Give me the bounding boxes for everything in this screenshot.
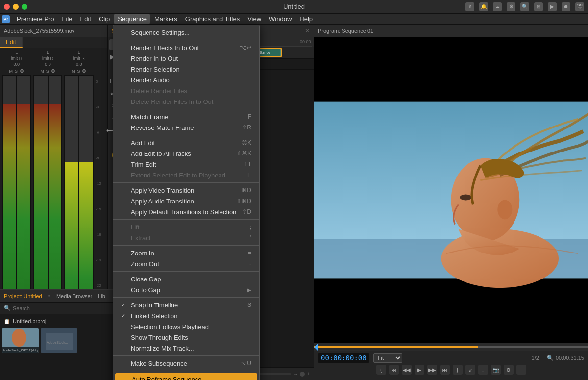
- sequence-settings-label: Sequence Settings...: [131, 29, 190, 36]
- menu-render-selection[interactable]: Render Selection: [113, 64, 259, 75]
- menu-add-edit[interactable]: Add Edit ⌘K: [113, 137, 259, 148]
- right-panel: Program: Sequence 01 ≡: [314, 25, 588, 380]
- mark-in-button[interactable]: {: [376, 365, 386, 375]
- render-effects-label: Render Effects In to Out: [131, 44, 199, 51]
- bell-icon[interactable]: 🔔: [479, 2, 488, 11]
- menu-add-edit-all-tracks[interactable]: Add Edit to All Tracks ⇧⌘K: [113, 148, 259, 159]
- monitor-header: Program: Sequence 01 ≡: [314, 25, 588, 37]
- project-tab-project[interactable]: Project: Untitled: [4, 293, 42, 299]
- menu-sequence-settings[interactable]: Sequence Settings...: [113, 27, 259, 38]
- rec-icon[interactable]: ⏺: [562, 2, 570, 11]
- add-edit-all-label: Add Edit to All Tracks: [131, 150, 191, 157]
- film-icon[interactable]: 🎬: [575, 2, 584, 11]
- menu-reverse-match-frame[interactable]: Reverse Match Frame ⇧R: [113, 122, 259, 133]
- extend-edit-label: Extend Selected Edit to Playhead: [131, 172, 225, 179]
- match-frame-label: Match Frame: [131, 113, 169, 121]
- menu-zoom-in[interactable]: Zoom In =: [113, 248, 259, 258]
- menu-show-through-edits[interactable]: Show Through Edits: [113, 332, 259, 343]
- audio-tab[interactable]: AdobeStock_275515599.mov: [4, 28, 74, 34]
- menu-help[interactable]: Help: [295, 14, 317, 24]
- menu-close-gap[interactable]: Close Gap: [113, 274, 259, 284]
- go-to-in-button[interactable]: ⏮: [389, 365, 399, 375]
- menu-make-subsequence[interactable]: Make Subsequence ⌥U: [113, 358, 259, 369]
- linked-selection-label: Linked Selection: [131, 312, 177, 320]
- project-tab-lib[interactable]: Lib: [98, 293, 105, 299]
- menu-view[interactable]: View: [244, 14, 265, 24]
- project-filename: Untitled.prproj: [13, 318, 46, 324]
- svg-text:00:00:45:00: 00:00:45:00: [300, 39, 312, 44]
- menu-file[interactable]: File: [58, 14, 76, 24]
- menu-window[interactable]: Window: [265, 14, 295, 24]
- play-button[interactable]: ▶: [415, 365, 424, 375]
- go-to-out-button[interactable]: ⏭: [440, 365, 450, 375]
- menu-normalize-mix-track[interactable]: Normalize Mix Track...: [113, 343, 259, 354]
- step-back-button[interactable]: ◀◀: [402, 365, 412, 375]
- minimize-button[interactable]: [13, 4, 19, 10]
- add-button[interactable]: +: [516, 365, 526, 375]
- playback-controls: { ⏮ ◀◀ ▶ ▶▶ ⏭ } ↙ ↓ 📷 ⚙ +: [318, 365, 584, 375]
- menu-trim-edit[interactable]: Trim Edit ⇧T: [113, 159, 259, 170]
- menu-clip[interactable]: Clip: [95, 14, 114, 24]
- menu-render-effects-in-out[interactable]: Render Effects In to Out ⌥↩: [113, 42, 259, 53]
- menu-snap-in-timeline[interactable]: ✓ Snap in Timeline S: [113, 300, 259, 310]
- menu-extract: Extract ': [113, 232, 259, 243]
- menu-selection-follows-playhead[interactable]: Selection Follows Playhead: [113, 321, 259, 332]
- menu-markers[interactable]: Markers: [150, 14, 181, 24]
- separator-7: [113, 271, 259, 272]
- cloud-icon[interactable]: ☁: [493, 2, 502, 11]
- menu-auto-reframe[interactable]: Auto Reframe Sequence...: [115, 373, 257, 380]
- go-to-gap-label: Go to Gap: [131, 286, 160, 294]
- menu-edit[interactable]: Edit: [76, 14, 95, 24]
- thumbnail-2[interactable]: AdobeStock...: [41, 328, 77, 353]
- menu-render-audio[interactable]: Render Audio: [113, 75, 259, 85]
- menu-sequence[interactable]: Sequence: [114, 14, 150, 24]
- export-button[interactable]: 📷: [491, 365, 501, 375]
- timeline-ctrl-2[interactable]: [300, 372, 305, 377]
- monitor-video: [314, 37, 588, 343]
- menu-apply-audio-transition[interactable]: Apply Audio Transition ⇧⌘D: [113, 196, 259, 206]
- fraction-display: 1/2: [532, 355, 539, 361]
- step-forward-button[interactable]: ▶▶: [427, 365, 437, 375]
- settings-icon[interactable]: ⚙: [507, 2, 515, 11]
- menu-apply-video-transition[interactable]: Apply Video Transition ⌘D: [113, 185, 259, 196]
- play-icon[interactable]: ▶: [548, 2, 557, 11]
- timecode-display[interactable]: 00:00:00:00: [318, 353, 369, 363]
- thumbnail-1[interactable]: AdobeStock_25328... 12:13 12:13: [2, 328, 39, 353]
- titlebar-icons: ⇪ 🔔 ☁ ⚙ 🔍 ⊞ ▶ ⏺ 🎬: [466, 2, 584, 11]
- settings-button[interactable]: ⚙: [504, 365, 514, 375]
- grid-icon[interactable]: ⊞: [534, 2, 543, 11]
- menu-zoom-out[interactable]: Zoom Out -: [113, 258, 259, 269]
- tab-edit[interactable]: Edit: [0, 37, 23, 48]
- mark-out-button[interactable]: }: [453, 365, 463, 375]
- monitor-timeline-bar[interactable]: [314, 343, 588, 351]
- menu-delete-render-files: Delete Render Files: [113, 85, 259, 96]
- menu-go-to-gap[interactable]: Go to Gap ▶: [113, 284, 259, 295]
- share-icon[interactable]: ⇪: [466, 2, 474, 11]
- menu-linked-selection[interactable]: ✓ Linked Selection: [113, 310, 259, 321]
- separator-10: [113, 371, 259, 371]
- search-icon[interactable]: 🔍: [520, 2, 529, 11]
- overwrite-button[interactable]: ↓: [478, 365, 488, 375]
- menu-match-frame[interactable]: Match Frame F: [113, 111, 259, 122]
- trim-edit-shortcut: ⇧T: [243, 161, 251, 168]
- zoom-out-label: Zoom Out: [131, 260, 159, 268]
- fit-select[interactable]: Fit 25% 50% 100%: [373, 353, 402, 363]
- audio-panel-header: AdobeStock_275515599.mov: [0, 25, 107, 37]
- zoom-in-label: Zoom In: [131, 250, 154, 257]
- close-button[interactable]: [4, 4, 10, 10]
- menu-premiere-pro[interactable]: Premiere Pro: [13, 14, 58, 24]
- zoom-icon[interactable]: 🔍: [547, 355, 554, 361]
- zoom-controls: 🔍 00:00:31:15: [547, 355, 584, 361]
- separator-5: [113, 219, 259, 220]
- insert-button[interactable]: ↙: [466, 365, 475, 375]
- extend-edit-shortcut: E: [247, 172, 251, 178]
- audio-transition-shortcut: ⇧⌘D: [236, 198, 251, 204]
- project-tab-media[interactable]: Media Browser: [56, 293, 92, 299]
- maximize-button[interactable]: [22, 4, 27, 10]
- menu-render-in-out[interactable]: Render In to Out: [113, 53, 259, 64]
- selection-follows-label: Selection Follows Playhead: [131, 323, 209, 330]
- menu-graphics[interactable]: Graphics and Titles: [181, 14, 244, 24]
- menu-apply-default-transitions[interactable]: Apply Default Transitions to Selection ⇧…: [113, 206, 259, 217]
- video-transition-label: Apply Video Transition: [131, 187, 194, 194]
- separator-1: [113, 40, 259, 40]
